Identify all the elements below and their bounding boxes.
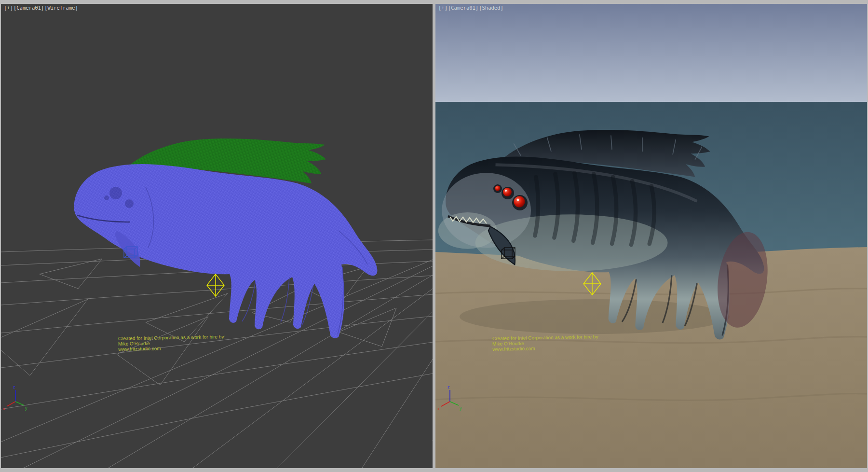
viewport-menu-pov[interactable]: [Camera01] bbox=[14, 5, 44, 11]
scene-annotation-text: Created for Intel Corporation as a work … bbox=[118, 334, 226, 352]
sky bbox=[435, 4, 867, 102]
scene-annotation-text: Created for Intel Corporation as a work … bbox=[492, 334, 600, 352]
viewport-menu-general[interactable]: [+] bbox=[438, 5, 448, 11]
axis-z-label: z bbox=[448, 385, 450, 389]
axis-y-label: y bbox=[25, 406, 27, 411]
viewport-label-wireframe: [+][Camera01][Wireframe] bbox=[4, 5, 79, 11]
viewport-menu-shading[interactable]: [Shaded] bbox=[479, 5, 503, 11]
shaded-scene[interactable]: z x y bbox=[435, 4, 867, 468]
viewport-area: z x y [+][Camera01][Wireframe] Created f… bbox=[0, 0, 868, 472]
axis-x-label: x bbox=[437, 406, 440, 411]
viewport-menu-general[interactable]: [+] bbox=[4, 5, 13, 11]
axis-x-label: x bbox=[3, 406, 5, 411]
viewport-menu-shading[interactable]: [Wireframe] bbox=[44, 5, 78, 11]
viewport-wireframe[interactable]: z x y [+][Camera01][Wireframe] Created f… bbox=[1, 4, 433, 468]
wireframe-scene[interactable]: z x y bbox=[1, 4, 433, 468]
viewport-shaded[interactable]: z x y [+][Camera01][Shaded] Created for … bbox=[435, 4, 867, 468]
viewport-menu-pov[interactable]: [Camera01] bbox=[448, 5, 478, 11]
axis-z-label: z bbox=[13, 385, 15, 389]
axis-y-label: y bbox=[460, 406, 462, 411]
viewport-label-shaded: [+][Camera01][Shaded] bbox=[438, 5, 504, 11]
